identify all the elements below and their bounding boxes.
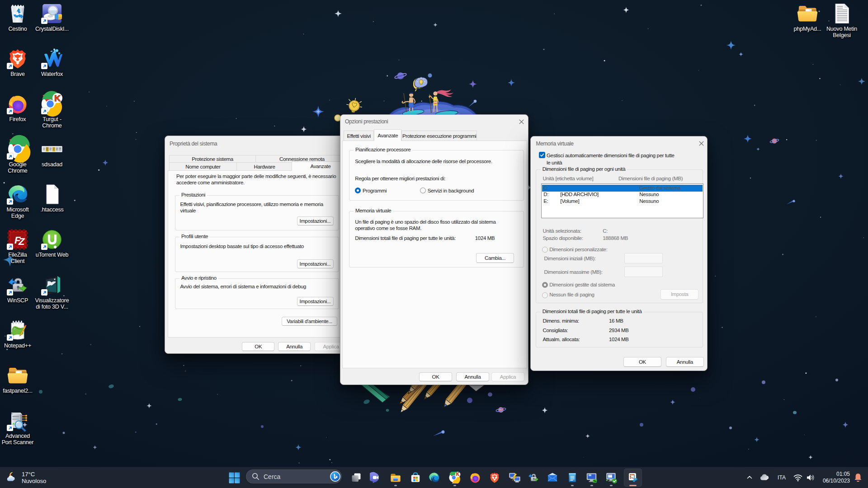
taskbar-app-microsoft-store[interactable] bbox=[406, 469, 425, 487]
radio-prompt: Regola per ottenere migliori prestazioni… bbox=[355, 176, 445, 181]
taskbar-app-turgut-chrome[interactable]: K bbox=[446, 469, 464, 487]
desktop: Cestino CrystalDiskI... Brave Waterfox F… bbox=[0, 0, 868, 488]
radio-dimensioni-personalizzate[interactable] bbox=[542, 247, 548, 253]
initial-size-input[interactable] bbox=[624, 253, 663, 263]
tray-clock[interactable]: 01:05 06/10/2023 bbox=[816, 469, 850, 487]
radio-dimensioni-gestite-sistema[interactable] bbox=[542, 282, 548, 288]
cell-volume: [HDD ARCHIVIO] bbox=[560, 192, 599, 197]
desktop-icon-htaccess[interactable]: .htaccess bbox=[32, 183, 72, 213]
folder-icon bbox=[797, 3, 818, 24]
taskbar-app-file-explorer[interactable] bbox=[387, 469, 405, 487]
window-title: Opzioni prestazioni bbox=[345, 118, 388, 125]
chrome-k-badge-icon: K bbox=[449, 472, 461, 483]
window-title: Proprietà del sistema bbox=[170, 141, 217, 147]
taskbar-app-brave[interactable] bbox=[486, 469, 504, 487]
file-explorer-icon bbox=[390, 472, 401, 483]
tray-language-button[interactable]: ITA bbox=[774, 469, 789, 487]
start-button[interactable] bbox=[225, 469, 243, 487]
photo-viewer-3d-icon bbox=[41, 274, 63, 296]
svg-text:K: K bbox=[456, 472, 460, 477]
tray-chevron-button[interactable] bbox=[742, 469, 757, 487]
desktop-icon-utorrent-web[interactable]: uTorrent Web bbox=[32, 229, 72, 258]
group-paging-totals: Dimensioni totali file di paging per tut… bbox=[536, 312, 703, 347]
desktop-icon-waterfox[interactable]: Waterfox bbox=[32, 48, 72, 77]
ok-button[interactable]: OK bbox=[623, 357, 661, 367]
taskbar-search-box[interactable]: Cerca bbox=[246, 469, 342, 483]
taskbar-app-chat[interactable] bbox=[367, 469, 385, 487]
taskbar-app-pc-sync[interactable] bbox=[583, 469, 601, 487]
desktop-icon-label: Nuovo Metin Belgesi bbox=[826, 26, 857, 38]
notepad-plus-plus-icon bbox=[7, 319, 28, 341]
radio-nessun-file-paging[interactable] bbox=[542, 292, 548, 298]
annulla-button[interactable]: Annulla bbox=[456, 372, 489, 381]
prestazioni-impostazioni-button[interactable]: Impostazioni... bbox=[297, 216, 334, 225]
allocated-label: Attualm. allocata: bbox=[542, 337, 580, 342]
close-icon[interactable] bbox=[698, 140, 705, 147]
drive-list-row[interactable]: D:[HDD ARCHIVIO]Nessuno bbox=[542, 191, 703, 198]
ok-button[interactable]: OK bbox=[242, 342, 274, 351]
desktop-icon-label: uTorrent Web bbox=[36, 252, 68, 258]
tab-protezione-sistema[interactable]: Protezione sistema bbox=[169, 155, 256, 163]
tray-volume-button[interactable] bbox=[804, 469, 817, 487]
taskbar-weather-widget[interactable]: 17°C Nuvoloso bbox=[5, 469, 46, 487]
desktop-icon-advanced-port-scanner[interactable]: Advanced Port Scanner bbox=[0, 410, 38, 446]
selected-drive-value: C: bbox=[603, 228, 608, 234]
taskbar-app-pc-check[interactable] bbox=[602, 469, 620, 487]
tray-wifi-button[interactable] bbox=[791, 469, 805, 487]
taskbar-app-edge[interactable] bbox=[425, 469, 443, 487]
tray-onedrive-button[interactable] bbox=[758, 469, 771, 487]
intro-text: Per poter eseguire la maggior parte dell… bbox=[176, 174, 336, 186]
window-virtual-memory: Memoria virtuale Gestisci automaticament… bbox=[530, 136, 708, 371]
close-icon[interactable] bbox=[518, 118, 525, 125]
tab-protezione-esecuzione[interactable]: Protezione esecuzione programmi bbox=[401, 131, 477, 141]
cambia-button[interactable]: Cambia... bbox=[476, 253, 514, 263]
avvio-impostazioni-button[interactable]: Impostazioni... bbox=[297, 297, 334, 306]
desktop-icon-nuovo-metin-belgesi[interactable]: Nuovo Metin Belgesi bbox=[821, 3, 862, 38]
taskbar: 17°C Nuvoloso Cerca K ITA 01:05 06/10/20… bbox=[0, 467, 868, 488]
desktop-icon-turgut-chrome[interactable]: K Turgut - Chrome bbox=[32, 93, 72, 129]
desktop-icon-notepad-plus-plus[interactable]: Notepad++ bbox=[0, 319, 38, 349]
variabili-ambiente-button[interactable]: Variabili d'ambiente... bbox=[282, 317, 337, 326]
drive-paging-list[interactable]: C:Gestito dal sistemaD:[HDD ARCHIVIO]Nes… bbox=[541, 183, 703, 218]
desktop-icon-crystaldiskinfo[interactable]: CrystalDiskI... bbox=[32, 3, 72, 32]
taskbar-app-task-view[interactable] bbox=[347, 469, 365, 487]
filmstrip-icon bbox=[41, 138, 63, 160]
desktop-icon-label: Turgut - Chrome bbox=[42, 116, 61, 129]
max-size-input[interactable] bbox=[624, 267, 663, 277]
group-memoria-virtuale: Memoria virtualeUn file di paging è uno … bbox=[349, 211, 524, 267]
group-desc: Scegliere la modalità di allocazione del… bbox=[355, 159, 492, 164]
tray-notification-bell[interactable] bbox=[852, 469, 864, 487]
checkbox-auto-manage[interactable] bbox=[539, 152, 545, 158]
group-profili-utente: Profili utenteImpostazioni desktop basat… bbox=[175, 237, 339, 272]
paging-total-label: Dimensioni totali file di paging per tut… bbox=[355, 235, 456, 241]
radio-programmi[interactable] bbox=[355, 188, 361, 193]
tab-nome-computer[interactable]: Nome computer bbox=[169, 162, 237, 171]
taskbar-app-firefox[interactable] bbox=[466, 469, 484, 487]
desktop-icon-fastpanel2[interactable]: fastpanel2... bbox=[0, 365, 38, 394]
taskbar-app-mail[interactable] bbox=[543, 469, 561, 487]
ok-button[interactable]: OK bbox=[419, 372, 452, 381]
desktop-icon-label: fastpanel2... bbox=[3, 388, 33, 394]
drive-list-row[interactable]: C:Gestito dal sistema bbox=[542, 185, 703, 192]
tab-avanzate[interactable]: Avanzate bbox=[374, 129, 401, 141]
desktop-icon-sdsadad[interactable]: sdsadad bbox=[32, 138, 72, 168]
drive-list-row[interactable]: E:[Volume]Nessuno bbox=[542, 198, 703, 205]
desktop-icon-visualizzatore-foto-3d[interactable]: Visualizzatore di foto 3D V... bbox=[32, 274, 72, 310]
profili-impostazioni-button[interactable]: Impostazioni... bbox=[297, 259, 334, 268]
column-header-drive: Unità [etichetta volume] bbox=[542, 176, 593, 181]
annulla-button[interactable]: Annulla bbox=[666, 357, 704, 367]
radio-servizi-background[interactable] bbox=[420, 188, 426, 193]
group-label: Pianificazione processore bbox=[354, 147, 412, 152]
text-line: virtuale bbox=[180, 208, 323, 214]
taskbar-app-winscp[interactable] bbox=[524, 469, 542, 487]
windows-start-icon bbox=[229, 472, 240, 483]
max-size-label: Dimensioni massime (MB): bbox=[544, 269, 603, 275]
tab-hardware[interactable]: Hardware bbox=[236, 162, 292, 171]
tab-effetti-visivi[interactable]: Effetti visivi bbox=[344, 131, 374, 141]
taskbar-app-snipping-tool[interactable] bbox=[624, 469, 642, 487]
imposta-button[interactable]: Imposta bbox=[660, 289, 698, 300]
taskbar-app-remote-desktop[interactable] bbox=[505, 469, 524, 487]
applica-button[interactable]: Applica bbox=[491, 372, 524, 381]
annulla-button[interactable]: Annulla bbox=[278, 342, 311, 351]
taskbar-app-notepad[interactable] bbox=[563, 469, 581, 487]
